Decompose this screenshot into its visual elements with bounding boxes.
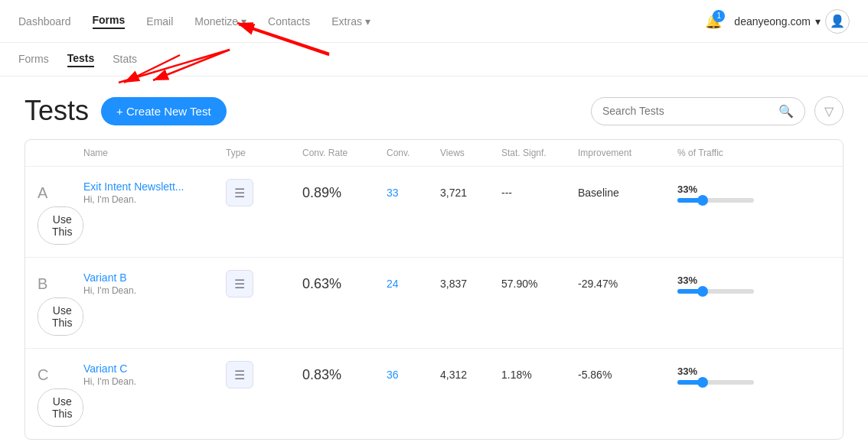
- row-subtitle-a: Hi, I'm Dean.: [83, 194, 226, 205]
- row-stat-signf-b: 57.90%: [501, 278, 578, 290]
- search-area: 🔍 ▽: [591, 96, 844, 125]
- use-this-button-b[interactable]: Use This ▾: [38, 297, 83, 336]
- row-traffic-bar-b: [677, 289, 754, 294]
- nav-right: 🔔 1 deanyeong.com ▾ 👤: [705, 9, 850, 34]
- row-name-area-c: Variant C Hi, I'm Dean.: [83, 362, 226, 387]
- row-subtitle-b: Hi, I'm Dean.: [83, 285, 226, 296]
- create-new-test-button[interactable]: + Create New Test: [101, 97, 227, 125]
- table-row: B Variant B Hi, I'm Dean. ☰ 0.63% 24 3,8…: [25, 258, 843, 349]
- account-chevron-icon: ▾: [815, 15, 821, 28]
- nav-email[interactable]: Email: [146, 15, 173, 28]
- row-traffic-b: 33%: [677, 275, 830, 294]
- col-header-traffic: % of Traffic: [677, 148, 830, 158]
- nav-dashboard[interactable]: Dashboard: [18, 15, 71, 28]
- page-title: Tests: [24, 95, 89, 127]
- nav-forms[interactable]: Forms: [93, 14, 126, 29]
- nav-contacts[interactable]: Contacts: [268, 15, 310, 28]
- row-views-b: 3,837: [440, 278, 501, 290]
- row-conv-c: 36: [387, 369, 440, 381]
- row-traffic-pct-b: 33%: [677, 275, 830, 286]
- row-traffic-pct-c: 33%: [677, 366, 830, 377]
- row-action-b: Use This ▾: [38, 297, 83, 336]
- col-header-stat-signf: Stat. Signf.: [501, 148, 578, 158]
- row-action-a: Use This ▾: [38, 206, 83, 245]
- sub-nav-tests[interactable]: Tests: [67, 52, 95, 67]
- table-row: A Exit Intent Newslett... Hi, I'm Dean. …: [25, 167, 843, 258]
- row-views-a: 3,721: [440, 187, 501, 199]
- search-icon: 🔍: [778, 104, 794, 119]
- col-header-type: Type: [226, 148, 302, 158]
- row-conv-rate-c: 0.83%: [302, 367, 387, 383]
- row-traffic-dot-a: [697, 195, 708, 206]
- page-title-area: Tests + Create New Test: [24, 95, 227, 127]
- sub-nav-stats[interactable]: Stats: [113, 53, 137, 67]
- row-conv-b: 24: [387, 278, 440, 290]
- row-subtitle-c: Hi, I'm Dean.: [83, 376, 226, 387]
- tests-table: Name Type Conv. Rate Conv. Views Stat. S…: [24, 139, 844, 440]
- row-views-c: 4,312: [440, 369, 501, 381]
- row-name-link-a[interactable]: Exit Intent Newslett...: [83, 180, 226, 193]
- row-type-c: ☰: [226, 361, 302, 388]
- type-icon-a: ☰: [226, 179, 253, 206]
- row-type-a: ☰: [226, 179, 302, 206]
- col-header-views: Views: [440, 148, 501, 158]
- row-name-link-b[interactable]: Variant B: [83, 271, 226, 284]
- row-stat-signf-c: 1.18%: [501, 369, 578, 381]
- sub-nav-forms[interactable]: Forms: [18, 53, 49, 67]
- nav-monetize[interactable]: Monetize ▾: [194, 15, 246, 28]
- account-button[interactable]: deanyeong.com ▾ 👤: [734, 9, 850, 34]
- filter-button[interactable]: ▽: [814, 96, 844, 125]
- notification-button[interactable]: 🔔 1: [705, 13, 722, 30]
- row-traffic-a: 33%: [677, 184, 830, 203]
- row-improvement-c: -5.86%: [578, 369, 677, 381]
- use-this-button-a[interactable]: Use This ▾: [38, 206, 83, 245]
- avatar: 👤: [825, 9, 850, 34]
- row-name-area-a: Exit Intent Newslett... Hi, I'm Dean.: [83, 180, 226, 205]
- use-this-button-c[interactable]: Use This ▾: [38, 388, 83, 427]
- row-letter-a: A: [38, 184, 83, 202]
- top-nav: Dashboard Forms Email Monetize ▾ Contact…: [0, 0, 868, 43]
- col-header-conv: Conv.: [387, 148, 440, 158]
- sub-nav: Forms Tests Stats: [0, 43, 868, 76]
- row-traffic-c: 33%: [677, 366, 830, 385]
- row-improvement-b: -29.47%: [578, 278, 677, 290]
- row-traffic-bar-a: [677, 198, 754, 203]
- avatar-icon: 👤: [830, 14, 845, 28]
- row-stat-signf-a: ---: [501, 187, 578, 199]
- row-type-b: ☰: [226, 270, 302, 297]
- nav-links: Dashboard Forms Email Monetize ▾ Contact…: [18, 14, 370, 29]
- row-traffic-dot-c: [697, 377, 708, 388]
- use-this-main-c[interactable]: Use This: [38, 389, 83, 426]
- row-name-link-c[interactable]: Variant C: [83, 362, 226, 375]
- row-letter-c: C: [38, 366, 83, 384]
- row-conv-rate-b: 0.63%: [302, 276, 387, 292]
- filter-icon: ▽: [824, 104, 834, 119]
- col-header-conv-rate: Conv. Rate: [302, 148, 387, 158]
- row-action-c: Use This ▾: [38, 388, 83, 427]
- row-traffic-pct-a: 33%: [677, 184, 830, 195]
- type-icon-b: ☰: [226, 270, 253, 297]
- use-this-main-a[interactable]: Use This: [38, 207, 83, 244]
- row-conv-a: 33: [387, 187, 440, 199]
- search-input[interactable]: [602, 105, 772, 117]
- col-header-improvement: Improvement: [578, 148, 677, 158]
- page-header: Tests + Create New Test 🔍 ▽: [0, 76, 868, 139]
- col-header-name: Name: [83, 148, 226, 158]
- nav-extras[interactable]: Extras ▾: [331, 15, 370, 28]
- row-name-area-b: Variant B Hi, I'm Dean.: [83, 271, 226, 296]
- row-traffic-bar-c: [677, 380, 754, 385]
- type-icon-c: ☰: [226, 361, 253, 388]
- search-input-wrap: 🔍: [591, 97, 805, 125]
- notification-badge: 1: [713, 10, 725, 22]
- row-traffic-dot-b: [697, 286, 708, 297]
- table-row: C Variant C Hi, I'm Dean. ☰ 0.83% 36 4,3…: [25, 349, 843, 439]
- table-header: Name Type Conv. Rate Conv. Views Stat. S…: [25, 140, 843, 167]
- account-name: deanyeong.com: [734, 15, 811, 28]
- col-header-blank: [38, 148, 83, 158]
- row-conv-rate-a: 0.89%: [302, 185, 387, 201]
- row-letter-b: B: [38, 275, 83, 293]
- use-this-main-b[interactable]: Use This: [38, 298, 83, 335]
- row-improvement-a: Baseline: [578, 187, 677, 199]
